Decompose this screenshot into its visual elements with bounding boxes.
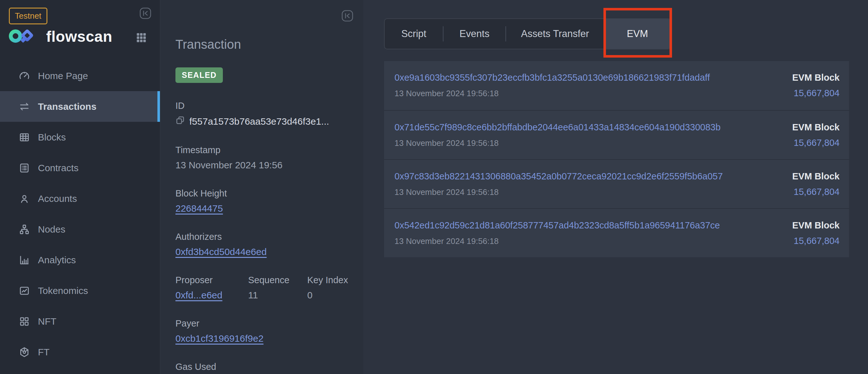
collapse-panel-icon[interactable] — [341, 9, 354, 22]
panel-title: Transaction — [176, 37, 348, 52]
evm-tx-hash-link[interactable]: 0xe9a1603bc9355fc307b23eccfb3bfc1a3255a0… — [395, 73, 840, 83]
evm-block-number-link[interactable]: 15,667,804 — [792, 187, 840, 197]
proposer-link[interactable]: 0xfd...e6ed — [176, 290, 222, 300]
tabbar: Script Events Assets Transfer EVM — [384, 18, 672, 49]
sidebar-item-blocks[interactable]: Blocks — [0, 122, 160, 152]
sequence-value: 11 — [248, 290, 307, 300]
sidebar-item-label: Home Page — [38, 70, 88, 81]
sidebar-item-analytics[interactable]: Analytics — [0, 244, 160, 275]
sidebar-item-ft[interactable]: FT — [0, 337, 160, 367]
apps-grid-icon[interactable] — [135, 32, 147, 44]
evm-block-label: EVM Block — [792, 220, 840, 231]
evm-block-number-link[interactable]: 15,667,804 — [792, 236, 840, 246]
flowscan-logo-icon — [9, 29, 37, 44]
evm-transactions-list: 0xe9a1603bc9355fc307b23eccfb3bfc1a3255a0… — [384, 61, 849, 257]
sidebar-item-home-page[interactable]: Home Page — [0, 60, 160, 91]
sequence-label: Sequence — [248, 275, 307, 285]
transaction-id-value[interactable]: f557a1573b76aa53e73d46f3e1... — [189, 116, 329, 127]
sidebar-item-label: NFT — [38, 316, 56, 327]
network-badge: Testnet — [9, 8, 48, 24]
tab-evm[interactable]: EVM — [604, 19, 671, 49]
person-icon — [18, 193, 30, 205]
sidebar-item-label: Analytics — [38, 255, 76, 265]
blocks-grid-icon — [18, 131, 30, 143]
sidebar-item-contracts[interactable]: Contracts — [0, 152, 160, 183]
sidebar-item-label: Transactions — [38, 101, 96, 112]
evm-block-label: EVM Block — [792, 73, 840, 83]
payer-link[interactable]: 0xcb1cf3196916f9e2 — [176, 333, 264, 344]
sidebar-item-nodes[interactable]: Nodes — [0, 214, 160, 244]
sidebar-item-transactions[interactable]: Transactions — [0, 91, 160, 122]
evm-tx-timestamp: 13 November 2024 19:56:18 — [395, 89, 840, 98]
sidebar-item-label: FT — [38, 347, 50, 357]
brand-name: flowscan — [46, 28, 112, 45]
evm-tx-timestamp: 13 November 2024 19:56:18 — [395, 138, 840, 148]
id-label: ID — [176, 100, 348, 111]
trend-chart-icon — [18, 285, 30, 297]
sidebar-item-label: Contracts — [38, 163, 79, 173]
gas-used-label: Gas Used — [176, 362, 348, 372]
authorizers-link[interactable]: 0xfd3b4cd50d44e6ed — [176, 247, 267, 257]
evm-block-label: EVM Block — [792, 171, 840, 182]
main-content: Script Events Assets Transfer EVM 0xe9a1… — [363, 0, 868, 374]
timestamp-label: Timestamp — [176, 145, 348, 155]
sidebar-item-tokenomics[interactable]: Tokenomics — [0, 275, 160, 306]
evm-block-number-link[interactable]: 15,667,804 — [792, 88, 840, 98]
evm-tx-timestamp: 13 November 2024 19:56:18 — [395, 236, 840, 246]
evm-transaction-row[interactable]: 0x71de55c7f989c8ce6bb2bffabdbe2044ee6a01… — [384, 110, 849, 159]
sidebar-item-label: Blocks — [38, 132, 66, 143]
evm-tx-hash-link[interactable]: 0x97c83d3eb8221431306880a35452a0b0772cec… — [395, 171, 840, 182]
evm-tx-timestamp: 13 November 2024 19:56:18 — [395, 187, 840, 197]
nodes-hierarchy-icon — [18, 223, 30, 235]
transactions-arrows-icon — [18, 100, 30, 113]
tab-script[interactable]: Script — [385, 19, 443, 49]
sidebar-item-nft[interactable]: NFT — [0, 306, 160, 337]
contracts-document-icon — [18, 162, 30, 174]
key-index-value: 0 — [307, 290, 348, 300]
sidebar-item-label: Nodes — [38, 224, 65, 235]
bar-chart-icon — [18, 254, 30, 266]
brand[interactable]: flowscan — [9, 28, 112, 45]
proposer-label: Proposer — [176, 275, 248, 285]
timestamp-value: 13 November 2024 19:56 — [176, 160, 348, 171]
payer-label: Payer — [176, 318, 348, 329]
evm-block-number-link[interactable]: 15,667,804 — [792, 138, 840, 148]
token-cube-icon — [18, 346, 30, 358]
block-height-label: Block Height — [176, 188, 348, 199]
sidebar-nav: Home Page Transactions Blocks — [0, 60, 160, 367]
sidebar-item-label: Accounts — [38, 193, 77, 204]
evm-block-label: EVM Block — [792, 122, 840, 133]
evm-transaction-row[interactable]: 0x97c83d3eb8221431306880a35452a0b0772cec… — [384, 159, 849, 208]
sidebar-item-accounts[interactable]: Accounts — [0, 183, 160, 214]
nft-grid-icon — [18, 315, 30, 327]
status-badge: SEALED — [176, 67, 223, 83]
evm-transaction-row[interactable]: 0xe9a1603bc9355fc307b23eccfb3bfc1a3255a0… — [384, 61, 849, 110]
evm-transaction-row[interactable]: 0x542ed1c92d59c21d81a60f258777457ad4b232… — [384, 208, 849, 257]
sidebar-item-label: Tokenomics — [38, 285, 88, 296]
tab-events[interactable]: Events — [443, 19, 505, 49]
copy-icon[interactable] — [176, 115, 185, 127]
speedometer-icon — [18, 70, 30, 82]
evm-tx-hash-link[interactable]: 0x71de55c7f989c8ce6bb2bffabdbe2044ee6a01… — [395, 122, 840, 133]
key-index-label: Key Index — [307, 275, 348, 285]
collapse-sidebar-icon[interactable] — [139, 7, 152, 20]
transaction-panel: Transaction SEALED ID f557a1573b76aa53e7… — [160, 0, 363, 374]
flowscan-app: Testnet — [0, 0, 868, 374]
sidebar: Testnet — [0, 0, 160, 374]
authorizers-label: Authorizers — [176, 232, 348, 242]
tab-assets-transfer[interactable]: Assets Transfer — [506, 19, 604, 49]
block-height-link[interactable]: 226844475 — [176, 203, 223, 213]
evm-tx-hash-link[interactable]: 0x542ed1c92d59c21d81a60f258777457ad4b232… — [395, 220, 840, 231]
